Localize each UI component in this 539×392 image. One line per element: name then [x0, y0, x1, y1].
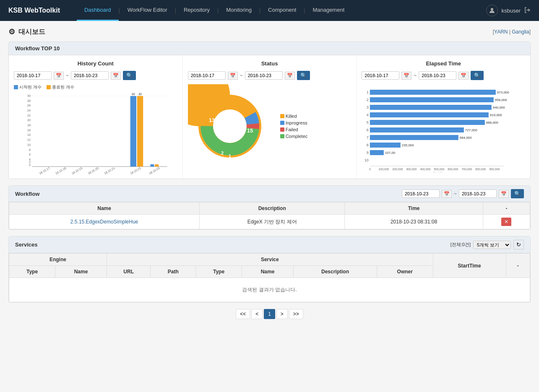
services-refresh-button[interactable]: ↻: [513, 240, 524, 249]
legend-killed: Killed: [280, 114, 308, 119]
svg-rect-55: [370, 105, 492, 110]
workflow-table: Name Description Time - 2.5.15.EdgexDemo…: [9, 202, 530, 229]
ganglia-link[interactable]: Ganglia: [512, 29, 529, 35]
svg-text:2: 2: [367, 98, 369, 102]
svg-text:26: 26: [27, 104, 31, 107]
pagination-current[interactable]: 1: [264, 309, 275, 319]
svg-text:0: 0: [369, 168, 371, 171]
svg-text:684,000: 684,000: [460, 136, 472, 140]
history-cal-from-icon[interactable]: 📅: [54, 72, 64, 80]
services-section: Services [전체:0건] 5개씩 보기 10개씩 보기 20개씩 보기 …: [8, 236, 531, 303]
svg-text:28: 28: [27, 99, 31, 103]
svg-text:18.10.20.: 18.10.20.: [87, 166, 100, 175]
svg-text:500,000: 500,000: [434, 168, 445, 171]
url-header: URL: [107, 266, 151, 278]
legend-ended: 종료된 개수: [47, 84, 74, 90]
svg-rect-61: [370, 127, 464, 132]
legend-failed: Failed: [280, 127, 308, 132]
svg-text:400,000: 400,000: [420, 168, 431, 171]
legend-started: 시작된 개수: [14, 84, 42, 90]
main-header: KSB WebToolkit Dashboard | WorkFlow Edit…: [0, 0, 539, 21]
per-page-select[interactable]: 5개씩 보기 10개씩 보기 20개씩 보기: [473, 241, 511, 249]
svg-text:2: 2: [221, 151, 224, 156]
main-nav: Dashboard | WorkFlow Editor | Repository…: [77, 0, 487, 21]
legend-inprogress: Inprogress: [280, 120, 308, 125]
workflow-date-to[interactable]: [459, 190, 497, 198]
workflow-section: Workflow 📅 ~ 📅 🔍 Name Description Time -: [8, 185, 531, 230]
logo: KSB WebToolkit: [8, 7, 60, 14]
top10-section: Workflow TOP 10 History Count 📅 ~ 📅 🔍 시: [8, 42, 531, 179]
services-table: Engine Service StartTime - Type Name URL…: [9, 253, 530, 302]
workflow-description: EdgeX 기반 장치 제어: [200, 215, 345, 229]
svg-text:3: 3: [367, 105, 369, 109]
description-header: Description: [293, 266, 377, 278]
elapsed-date-to[interactable]: [419, 71, 456, 80]
engine-header: Engine: [9, 254, 107, 266]
nav-repository[interactable]: Repository: [176, 0, 217, 21]
svg-text:300,000: 300,000: [406, 168, 417, 171]
pagination-first[interactable]: <<: [236, 309, 250, 319]
svg-text:30: 30: [132, 92, 135, 96]
links-separator: |: [509, 29, 510, 35]
svg-text:9: 9: [367, 151, 369, 155]
logout-icon[interactable]: [524, 7, 531, 15]
svg-text:200,000: 200,000: [393, 168, 403, 171]
workflow-date-range: 📅 ~ 📅 🔍: [402, 189, 524, 198]
elapsed-search-button[interactable]: 🔍: [471, 71, 484, 80]
svg-text:940,000: 940,000: [493, 106, 505, 109]
top10-header: Workflow TOP 10: [9, 42, 530, 55]
svg-text:919,000: 919,000: [490, 113, 502, 117]
status-search-button[interactable]: 🔍: [297, 71, 310, 80]
svg-point-36: [213, 109, 247, 143]
svg-text:727,000: 727,000: [465, 128, 477, 132]
dashboard-icon: ⚙: [8, 27, 15, 36]
elapsed-chart-panel: Elapsed Time 📅 ~ 📅 🔍 1 2 3 4 5: [357, 55, 530, 179]
charts-row: History Count 📅 ~ 📅 🔍 시작된 개수: [9, 55, 530, 179]
status-date-to[interactable]: [245, 71, 283, 80]
workflow-cal-from-icon[interactable]: 📅: [442, 190, 452, 198]
nav-dashboard[interactable]: Dashboard: [77, 0, 119, 21]
svg-text:800,000: 800,000: [476, 168, 486, 171]
svg-text:8: 8: [29, 148, 31, 152]
services-section-header: Services [전체:0건] 5개씩 보기 10개씩 보기 20개씩 보기 …: [9, 236, 530, 253]
owner-header: Owner: [377, 266, 433, 278]
status-legend: Killed Inprogress Failed Completec: [280, 114, 308, 139]
status-date-from[interactable]: [188, 71, 226, 80]
col-name: Name: [9, 202, 200, 215]
workflow-delete-button[interactable]: ✕: [501, 218, 511, 226]
history-cal-to-icon[interactable]: 📅: [111, 72, 121, 80]
elapsed-date-from[interactable]: [362, 71, 399, 80]
pagination-prev[interactable]: <: [251, 309, 263, 319]
workflow-cal-to-icon[interactable]: 📅: [499, 190, 509, 198]
yarn-link[interactable]: YARN: [494, 29, 508, 35]
workflow-date-from[interactable]: [402, 190, 440, 198]
svg-rect-57: [370, 112, 489, 117]
pagination-next[interactable]: >: [276, 309, 288, 319]
history-search-button[interactable]: 🔍: [123, 71, 136, 80]
history-date-to[interactable]: [71, 71, 109, 80]
nav-component[interactable]: Component: [260, 0, 304, 21]
page-title-left: ⚙ 대시보드: [8, 27, 45, 36]
status-cal-from-icon[interactable]: 📅: [228, 72, 238, 80]
legend-started-dot: [14, 85, 18, 89]
starttime-header: StartTime: [433, 254, 506, 278]
workflow-search-button[interactable]: 🔍: [511, 189, 524, 198]
svg-text:30: 30: [27, 94, 31, 98]
elapsed-date-range: 📅 ~ 📅 🔍: [362, 71, 525, 80]
workflow-name-link[interactable]: 2.5.15.EdgexDemoSimpleHue: [70, 219, 138, 225]
status-cal-to-icon[interactable]: 📅: [285, 72, 295, 80]
pagination-last[interactable]: >>: [289, 309, 303, 319]
elapsed-cal-from-icon[interactable]: 📅: [401, 72, 411, 80]
svg-text:1: 1: [367, 90, 369, 94]
history-date-from[interactable]: [14, 71, 52, 80]
services-empty-message: 검색된 결과가 없습니다.: [9, 278, 530, 302]
nav-workflow-editor[interactable]: WorkFlow Editor: [120, 0, 175, 21]
elapsed-cal-to-icon[interactable]: 📅: [458, 72, 469, 80]
nav-management[interactable]: Management: [305, 0, 352, 21]
nav-monitoring[interactable]: Monitoring: [219, 0, 259, 21]
svg-rect-51: [370, 90, 496, 95]
page-title: 대시보드: [18, 28, 45, 36]
svg-text:18: 18: [27, 123, 31, 127]
history-legend: 시작된 개수 종료된 개수: [14, 84, 177, 90]
user-area: ksbuser: [486, 5, 531, 16]
